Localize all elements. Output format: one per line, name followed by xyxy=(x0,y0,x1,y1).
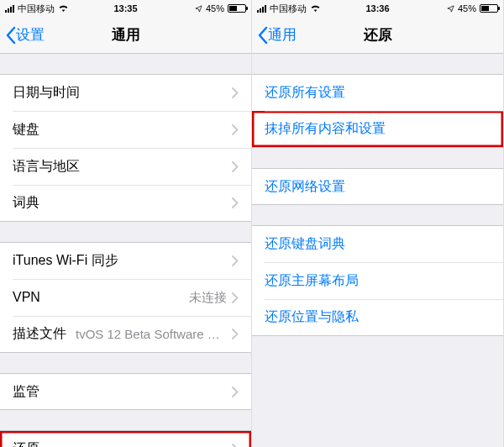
row-regulatory[interactable]: 监管 xyxy=(0,373,251,410)
battery-percent: 45% xyxy=(206,3,224,13)
group-reset-other: 还原键盘词典 还原主屏幕布局 还原位置与隐私 xyxy=(252,225,503,336)
chevron-right-icon xyxy=(232,387,239,397)
row-reset-location-privacy[interactable]: 还原位置与隐私 xyxy=(252,299,503,336)
row-reset-home-layout[interactable]: 还原主屏幕布局 xyxy=(252,262,503,299)
row-reset[interactable]: 还原 xyxy=(0,430,251,447)
row-detail: 未连接 xyxy=(189,290,227,306)
chevron-right-icon xyxy=(232,292,239,303)
location-icon xyxy=(195,5,202,13)
row-reset-keyboard-dict[interactable]: 还原键盘词典 xyxy=(252,225,503,262)
row-vpn[interactable]: VPN未连接 xyxy=(0,279,251,316)
signal-icon xyxy=(257,5,266,13)
row-label: 描述文件 xyxy=(13,325,66,343)
page-title: 还原 xyxy=(364,25,392,45)
row-date-time[interactable]: 日期与时间 xyxy=(0,74,251,111)
row-label: 还原 xyxy=(13,440,39,448)
battery-icon xyxy=(228,4,246,13)
group-reset-network: 还原网络设置 xyxy=(252,168,503,205)
back-label: 设置 xyxy=(16,25,45,45)
row-label: 抹掉所有内容和设置 xyxy=(265,120,386,138)
row-erase-all-content[interactable]: 抹掉所有内容和设置 xyxy=(252,111,503,148)
row-label: 语言与地区 xyxy=(13,158,80,176)
chevron-right-icon xyxy=(232,197,239,208)
row-keyboard[interactable]: 键盘 xyxy=(0,111,251,148)
wifi-icon xyxy=(310,4,321,13)
row-label: 监管 xyxy=(13,383,39,401)
back-label: 通用 xyxy=(268,25,297,45)
chevron-right-icon xyxy=(232,161,239,172)
chevron-right-icon xyxy=(232,255,239,266)
carrier-label: 中国移动 xyxy=(270,3,307,15)
wifi-icon xyxy=(58,4,69,13)
group-locale: 日期与时间 键盘 语言与地区 词典 xyxy=(0,74,251,222)
row-detail: tvOS 12 Beta Software Profile xyxy=(76,327,227,341)
row-label: 还原主屏幕布局 xyxy=(265,272,359,290)
row-label: 还原网络设置 xyxy=(265,178,345,196)
screenshot-reset: 中国移动 13:36 45% 通用 还原 还原所有设置 抹掉所有内容和设置 还原… xyxy=(252,0,504,447)
chevron-right-icon xyxy=(232,329,239,339)
group-reset-all: 还原所有设置 抹掉所有内容和设置 xyxy=(252,74,503,148)
status-bar: 中国移动 13:35 45% xyxy=(0,0,251,17)
chevron-left-icon xyxy=(257,26,268,45)
page-title: 通用 xyxy=(112,25,140,45)
row-reset-all-settings[interactable]: 还原所有设置 xyxy=(252,74,503,111)
nav-bar: 设置 通用 xyxy=(0,17,251,54)
row-label: VPN xyxy=(13,290,40,305)
clock: 13:36 xyxy=(365,3,389,13)
row-dictionary[interactable]: 词典 xyxy=(0,185,251,222)
row-label: iTunes Wi-Fi 同步 xyxy=(13,252,118,270)
group-regulatory: 监管 xyxy=(0,373,251,410)
row-label: 键盘 xyxy=(13,121,39,139)
nav-bar: 通用 还原 xyxy=(252,17,503,54)
back-button[interactable]: 设置 xyxy=(0,25,45,45)
battery-icon xyxy=(480,4,498,13)
row-itunes-wifi-sync[interactable]: iTunes Wi-Fi 同步 xyxy=(0,242,251,279)
screenshot-general: 中国移动 13:35 45% 设置 通用 日期与时间 键盘 语言与地区 词典 i… xyxy=(0,0,252,447)
row-language-region[interactable]: 语言与地区 xyxy=(0,148,251,185)
group-sync: iTunes Wi-Fi 同步 VPN未连接 描述文件tvOS 12 Beta … xyxy=(0,242,251,353)
row-label: 词典 xyxy=(13,194,39,212)
chevron-right-icon xyxy=(232,87,239,98)
back-button[interactable]: 通用 xyxy=(252,25,297,45)
row-label: 还原位置与隐私 xyxy=(265,308,359,326)
row-label: 还原所有设置 xyxy=(265,84,345,102)
group-reset: 还原 xyxy=(0,430,251,447)
battery-percent: 45% xyxy=(458,3,476,13)
chevron-left-icon xyxy=(5,26,16,45)
chevron-right-icon xyxy=(232,444,239,448)
row-label: 还原键盘词典 xyxy=(265,235,345,253)
chevron-right-icon xyxy=(232,124,239,135)
carrier-label: 中国移动 xyxy=(18,3,55,15)
row-reset-network[interactable]: 还原网络设置 xyxy=(252,168,503,205)
signal-icon xyxy=(5,5,14,13)
clock: 13:35 xyxy=(113,3,137,13)
location-icon xyxy=(447,5,454,13)
row-profiles[interactable]: 描述文件tvOS 12 Beta Software Profile xyxy=(0,316,251,353)
row-label: 日期与时间 xyxy=(13,84,80,102)
status-bar: 中国移动 13:36 45% xyxy=(252,0,503,17)
